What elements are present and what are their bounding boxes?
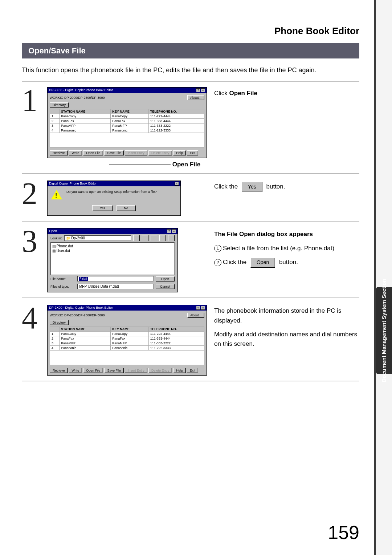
write-button[interactable]: Write: [69, 150, 82, 155]
delete-entry-button[interactable]: Delete Entry: [148, 150, 172, 155]
section-header: Open/Save File: [22, 43, 359, 58]
step-2-row: 2 Digital Copier Phone Book Editor × ! D…: [22, 175, 359, 222]
step-number: 1: [22, 86, 47, 114]
section-side-tab: Document Management System Section: [376, 287, 392, 374]
window-subtitle: WORKIO DP-2000/DP-2500/DP-3000: [50, 96, 105, 100]
dropdown-icon[interactable]: [133, 235, 140, 241]
app-window-step1: DP-2X00 - Digital Copier Phone Book Edit…: [47, 87, 207, 158]
warning-icon: !: [51, 190, 62, 199]
file-item[interactable]: ▤ Phone.dat: [52, 244, 173, 248]
table-cell: PanaCopy: [111, 332, 149, 336]
close-icon[interactable]: ×: [201, 88, 205, 92]
table-cell: 111-333-2222: [148, 123, 204, 128]
about-button[interactable]: About...: [187, 313, 204, 318]
col-station: STATION NAME: [60, 327, 111, 332]
insert-entry-button[interactable]: Insert Entry: [125, 150, 147, 155]
table-cell: PanaCopy: [111, 114, 149, 119]
table-cell: 3: [50, 341, 60, 346]
lookin-field[interactable]: 📁 Dp-2x00: [64, 235, 131, 241]
chapter-title: Phone Book Editor: [22, 25, 359, 37]
intro-text: This function opens the phonebook file i…: [22, 66, 359, 75]
tab-directory[interactable]: Directory: [50, 320, 69, 325]
write-button[interactable]: Write: [69, 368, 82, 373]
table-cell: PanaFax: [111, 119, 149, 123]
col-tel: TELEPHONE NO.: [148, 109, 204, 114]
table-cell: 111-222-4444: [148, 332, 204, 336]
close-icon[interactable]: ×: [201, 306, 205, 310]
table-cell: 111-222-3333: [148, 128, 204, 133]
col-station: STATION NAME: [60, 109, 111, 114]
tab-directory[interactable]: Directory: [50, 102, 69, 108]
table-cell: 4: [50, 128, 60, 133]
exit-button[interactable]: Exit: [187, 150, 198, 155]
detail-view-icon[interactable]: [168, 235, 175, 241]
step-4-row: 4 DP-2X00 - Digital Copier Phone Book Ed…: [22, 300, 359, 381]
table-cell: 4: [50, 346, 60, 351]
step-1-row: 1 DP-2X00 - Digital Copier Phone Book Ed…: [22, 81, 359, 174]
save-file-button[interactable]: Save File: [104, 150, 124, 155]
help-icon[interactable]: ?: [196, 306, 200, 310]
window-title: DP-2X00 - Digital Copier Phone Book Edit…: [49, 306, 113, 310]
step-number: 3: [22, 227, 47, 255]
table-cell: Panasonic: [111, 346, 149, 351]
app-window-step4: DP-2X00 - Digital Copier Phone Book Edit…: [47, 305, 207, 376]
col-num: [50, 327, 60, 332]
delete-entry-button[interactable]: Delete Entry: [148, 368, 172, 373]
table-cell: PanaMFP: [111, 341, 149, 346]
open-button-inline: Open: [250, 258, 275, 268]
new-folder-icon[interactable]: [151, 235, 157, 241]
table-cell: PanaCopy: [60, 332, 111, 336]
file-list[interactable]: ▤ Phone.dat ▤ User.dat: [50, 242, 175, 275]
help-button[interactable]: Help: [173, 150, 186, 155]
insert-entry-button[interactable]: Insert Entry: [125, 368, 147, 373]
help-icon[interactable]: ?: [196, 88, 200, 92]
cancel-button[interactable]: Cancel: [156, 284, 175, 289]
up-folder-icon[interactable]: [142, 235, 148, 241]
help-icon[interactable]: ?: [167, 229, 171, 233]
filetype-label: Files of type:: [50, 285, 75, 288]
col-tel: TELEPHONE NO.: [148, 327, 204, 332]
about-button[interactable]: About...: [187, 95, 204, 100]
table-cell: 111-222-3333: [148, 346, 204, 351]
save-file-button[interactable]: Save File: [104, 368, 124, 373]
open-file-button[interactable]: Open File: [83, 368, 103, 373]
no-button[interactable]: No: [117, 205, 136, 211]
list-view-icon[interactable]: [159, 235, 166, 241]
table-cell: 2: [50, 119, 60, 123]
step4-p1: The phonebook information stored in the …: [214, 306, 359, 325]
window-subtitle: WORKIO DP-2000/DP-2500/DP-3000: [50, 313, 105, 317]
filetype-select[interactable]: MFP Utilities Data (*.dat): [77, 284, 154, 289]
help-button[interactable]: Help: [173, 368, 186, 373]
dialog-message: Do you want to open an existing Setup In…: [66, 190, 157, 194]
table-cell: PanaFax: [60, 119, 111, 123]
close-icon[interactable]: ×: [175, 182, 179, 186]
step3-heading: The File Open dialog box appears: [214, 231, 313, 238]
table-cell: PanaMFP: [60, 123, 111, 128]
exit-button[interactable]: Exit: [187, 368, 198, 373]
yes-button[interactable]: Yes: [92, 205, 113, 211]
step-number: 2: [22, 180, 47, 208]
step-3-row: 3 Open ?× Look in: 📁 Dp-2x00 ▤ Phone.: [22, 223, 359, 298]
open-file-button[interactable]: Open File: [83, 150, 103, 155]
table-cell: PanaMFP: [60, 341, 111, 346]
table-cell: PanaCopy: [60, 114, 111, 119]
step1-desc: Click Open File: [214, 89, 359, 98]
step3-line1: 1Select a file from the list (e.g. Phone…: [214, 244, 359, 253]
dialog-title: Open: [49, 229, 57, 233]
phonebook-table: STATION NAME KEY NAME TELEPHONE NO. 1Pan…: [50, 327, 204, 351]
yes-button-inline: Yes: [242, 182, 262, 192]
close-icon[interactable]: ×: [172, 229, 176, 233]
table-cell: 111-333-4444: [148, 336, 204, 341]
col-key: KEY NAME: [111, 327, 149, 332]
retrieve-button[interactable]: Retrieve: [50, 368, 68, 373]
table-cell: 2: [50, 336, 60, 341]
page-number: 159: [328, 522, 359, 543]
retrieve-button[interactable]: Retrieve: [50, 150, 68, 155]
table-cell: 111-333-4444: [148, 119, 204, 123]
file-item[interactable]: ▤ User.dat: [52, 249, 173, 253]
window-title: DP-2X00 - Digital Copier Phone Book Edit…: [49, 88, 113, 92]
table-cell: Panasonic: [60, 346, 111, 351]
filename-input[interactable]: *.dat: [77, 276, 154, 281]
step3-line2: 2Click the Open button.: [214, 258, 359, 268]
open-button[interactable]: Open: [156, 276, 175, 281]
